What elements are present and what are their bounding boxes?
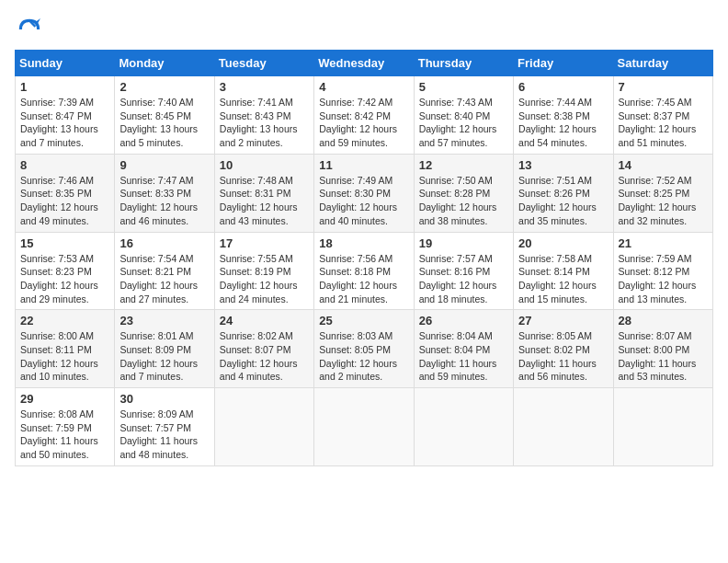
day-number: 1 — [20, 80, 109, 94]
sunrise-text: Sunrise: 7:45 AM — [619, 97, 692, 108]
daylight-text: Daylight: 12 hours and 32 minutes. — [619, 201, 697, 226]
day-number: 3 — [220, 80, 309, 94]
day-info: Sunrise: 8:02 AM Sunset: 8:07 PM Dayligh… — [220, 329, 309, 384]
calendar-table: SundayMondayTuesdayWednesdayThursdayFrid… — [15, 50, 713, 466]
day-info: Sunrise: 7:40 AM Sunset: 8:45 PM Dayligh… — [119, 96, 209, 150]
sunset-text: Sunset: 7:59 PM — [20, 422, 92, 433]
calendar-cell: 11 Sunrise: 7:49 AM Sunset: 8:30 PM Dayl… — [314, 154, 414, 232]
sunrise-text: Sunrise: 8:01 AM — [119, 330, 193, 341]
sunrise-text: Sunrise: 7:49 AM — [319, 175, 392, 186]
daylight-text: Daylight: 12 hours and 40 minutes. — [319, 201, 397, 226]
calendar-cell — [414, 388, 513, 466]
day-info: Sunrise: 7:59 AM Sunset: 8:12 PM Dayligh… — [619, 252, 708, 306]
sunrise-text: Sunrise: 7:46 AM — [20, 175, 94, 186]
day-info: Sunrise: 8:08 AM Sunset: 7:59 PM Dayligh… — [20, 408, 109, 462]
day-number: 22 — [20, 314, 109, 327]
calendar-header-friday: Friday — [514, 51, 613, 76]
day-number: 21 — [619, 236, 708, 250]
calendar-cell: 5 Sunrise: 7:43 AM Sunset: 8:40 PM Dayli… — [414, 76, 513, 155]
day-number: 6 — [518, 80, 608, 94]
daylight-text: Daylight: 12 hours and 27 minutes. — [119, 280, 198, 304]
day-info: Sunrise: 7:54 AM Sunset: 8:21 PM Dayligh… — [119, 252, 209, 306]
sunset-text: Sunset: 8:16 PM — [419, 266, 491, 277]
day-number: 19 — [419, 236, 508, 250]
calendar-header-sunday: Sunday — [16, 51, 115, 76]
calendar-cell — [314, 388, 414, 466]
calendar-header-monday: Monday — [115, 51, 214, 76]
sunset-text: Sunset: 8:35 PM — [20, 188, 92, 199]
sunset-text: Sunset: 8:33 PM — [119, 188, 191, 199]
calendar-cell: 24 Sunrise: 8:02 AM Sunset: 8:07 PM Dayl… — [214, 310, 313, 388]
calendar-header-wednesday: Wednesday — [314, 51, 414, 76]
calendar-cell: 7 Sunrise: 7:45 AM Sunset: 8:37 PM Dayli… — [613, 76, 712, 155]
sunset-text: Sunset: 8:47 PM — [20, 110, 92, 121]
sunrise-text: Sunrise: 7:40 AM — [119, 97, 193, 108]
day-number: 29 — [20, 392, 109, 406]
sunset-text: Sunset: 8:37 PM — [619, 110, 690, 121]
calendar-cell: 6 Sunrise: 7:44 AM Sunset: 8:38 PM Dayli… — [514, 76, 613, 155]
daylight-text: Daylight: 12 hours and 43 minutes. — [220, 201, 298, 226]
calendar-cell: 19 Sunrise: 7:57 AM Sunset: 8:16 PM Dayl… — [414, 232, 513, 310]
calendar-week-row: 8 Sunrise: 7:46 AM Sunset: 8:35 PM Dayli… — [16, 154, 713, 232]
calendar-week-row: 15 Sunrise: 7:53 AM Sunset: 8:23 PM Dayl… — [16, 232, 713, 310]
day-info: Sunrise: 7:52 AM Sunset: 8:25 PM Dayligh… — [619, 174, 708, 228]
sunset-text: Sunset: 8:02 PM — [518, 344, 590, 355]
calendar-cell — [214, 388, 313, 466]
daylight-text: Daylight: 11 hours and 48 minutes. — [119, 435, 198, 460]
day-number: 15 — [20, 236, 109, 250]
day-info: Sunrise: 8:00 AM Sunset: 8:11 PM Dayligh… — [20, 329, 109, 384]
day-info: Sunrise: 7:39 AM Sunset: 8:47 PM Dayligh… — [20, 96, 109, 150]
day-number: 14 — [619, 158, 708, 172]
day-number: 10 — [220, 158, 309, 172]
daylight-text: Daylight: 12 hours and 38 minutes. — [419, 201, 497, 226]
daylight-text: Daylight: 11 hours and 53 minutes. — [619, 358, 697, 383]
day-info: Sunrise: 7:46 AM Sunset: 8:35 PM Dayligh… — [20, 174, 109, 228]
daylight-text: Daylight: 12 hours and 46 minutes. — [119, 201, 198, 226]
sunset-text: Sunset: 8:18 PM — [319, 266, 391, 277]
daylight-text: Daylight: 11 hours and 56 minutes. — [518, 358, 597, 383]
sunset-text: Sunset: 8:40 PM — [419, 110, 491, 121]
daylight-text: Daylight: 12 hours and 18 minutes. — [419, 280, 497, 304]
daylight-text: Daylight: 11 hours and 50 minutes. — [20, 435, 98, 460]
calendar-cell: 29 Sunrise: 8:08 AM Sunset: 7:59 PM Dayl… — [16, 388, 115, 466]
sunset-text: Sunset: 8:26 PM — [518, 188, 590, 199]
sunrise-text: Sunrise: 7:44 AM — [518, 97, 592, 108]
daylight-text: Daylight: 12 hours and 13 minutes. — [619, 280, 697, 304]
sunset-text: Sunset: 8:45 PM — [119, 110, 191, 121]
day-info: Sunrise: 7:45 AM Sunset: 8:37 PM Dayligh… — [619, 96, 708, 150]
day-info: Sunrise: 7:48 AM Sunset: 8:31 PM Dayligh… — [220, 174, 309, 228]
calendar-cell: 2 Sunrise: 7:40 AM Sunset: 8:45 PM Dayli… — [115, 76, 214, 155]
day-info: Sunrise: 7:58 AM Sunset: 8:14 PM Dayligh… — [518, 252, 608, 306]
calendar-header-saturday: Saturday — [613, 51, 712, 76]
calendar-cell: 8 Sunrise: 7:46 AM Sunset: 8:35 PM Dayli… — [16, 154, 115, 232]
day-info: Sunrise: 8:07 AM Sunset: 8:00 PM Dayligh… — [619, 329, 708, 384]
day-info: Sunrise: 8:04 AM Sunset: 8:04 PM Dayligh… — [419, 329, 508, 384]
calendar-cell: 23 Sunrise: 8:01 AM Sunset: 8:09 PM Dayl… — [115, 310, 214, 388]
sunset-text: Sunset: 8:05 PM — [319, 344, 391, 355]
day-info: Sunrise: 7:50 AM Sunset: 8:28 PM Dayligh… — [419, 174, 508, 228]
calendar-cell: 30 Sunrise: 8:09 AM Sunset: 7:57 PM Dayl… — [115, 388, 214, 466]
day-info: Sunrise: 7:55 AM Sunset: 8:19 PM Dayligh… — [220, 252, 309, 306]
day-number: 8 — [20, 158, 109, 172]
daylight-text: Daylight: 12 hours and 15 minutes. — [518, 280, 597, 304]
calendar-cell — [613, 388, 712, 466]
calendar-cell: 25 Sunrise: 8:03 AM Sunset: 8:05 PM Dayl… — [314, 310, 414, 388]
sunset-text: Sunset: 8:31 PM — [220, 188, 291, 199]
sunset-text: Sunset: 7:57 PM — [119, 422, 191, 433]
sunrise-text: Sunrise: 8:00 AM — [20, 330, 94, 341]
calendar-cell: 1 Sunrise: 7:39 AM Sunset: 8:47 PM Dayli… — [16, 76, 115, 155]
day-number: 23 — [119, 314, 209, 327]
sunrise-text: Sunrise: 7:51 AM — [518, 175, 592, 186]
sunset-text: Sunset: 8:09 PM — [119, 344, 191, 355]
sunset-text: Sunset: 8:07 PM — [220, 344, 291, 355]
sunset-text: Sunset: 8:11 PM — [20, 344, 92, 355]
calendar-header-row: SundayMondayTuesdayWednesdayThursdayFrid… — [16, 51, 713, 76]
sunrise-text: Sunrise: 7:42 AM — [319, 97, 392, 108]
calendar-cell: 13 Sunrise: 7:51 AM Sunset: 8:26 PM Dayl… — [514, 154, 613, 232]
sunrise-text: Sunrise: 7:48 AM — [220, 175, 293, 186]
day-info: Sunrise: 7:53 AM Sunset: 8:23 PM Dayligh… — [20, 252, 109, 306]
sunrise-text: Sunrise: 7:43 AM — [419, 97, 493, 108]
calendar-cell: 18 Sunrise: 7:56 AM Sunset: 8:18 PM Dayl… — [314, 232, 414, 310]
calendar-cell: 16 Sunrise: 7:54 AM Sunset: 8:21 PM Dayl… — [115, 232, 214, 310]
sunrise-text: Sunrise: 7:41 AM — [220, 97, 293, 108]
